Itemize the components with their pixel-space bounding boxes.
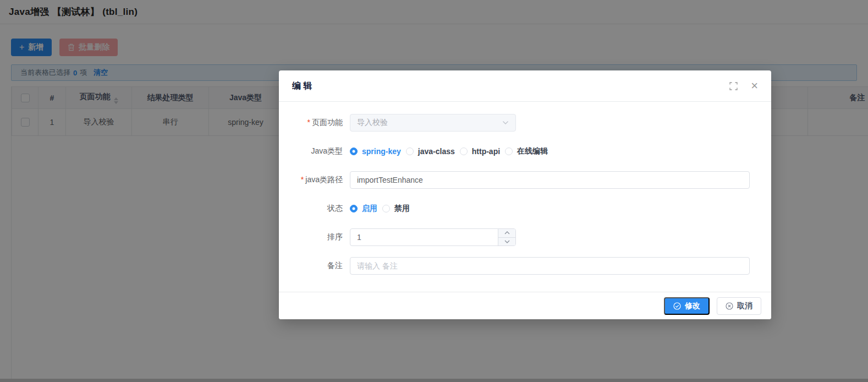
radio-label: http-api	[472, 147, 500, 156]
cancel-button[interactable]: 取消	[717, 297, 761, 315]
modal-body: *页面功能 导入校验 Java类型 spring-key	[279, 102, 771, 275]
form-item-java-class-path: *java类路径	[292, 171, 758, 189]
remark-input[interactable]	[350, 257, 750, 275]
radio-icon-checked	[350, 205, 358, 212]
confirm-button[interactable]: 修改	[664, 297, 710, 315]
modal-footer: 修改 取消	[279, 292, 771, 319]
radio-icon-checked	[350, 148, 358, 155]
x-circle-icon	[726, 302, 733, 310]
radio-label: java-class	[418, 147, 455, 156]
radio-label: spring-key	[362, 147, 401, 156]
sort-input[interactable]	[350, 228, 516, 246]
modal-header: 编 辑 ×	[279, 70, 771, 102]
radio-icon	[406, 148, 414, 155]
radio-option-enabled[interactable]: 启用	[350, 204, 377, 214]
java-class-path-input[interactable]	[350, 171, 750, 189]
fullscreen-icon[interactable]	[729, 82, 738, 90]
required-asterisk: *	[307, 118, 310, 127]
java-type-label: Java类型	[292, 146, 350, 156]
radio-label: 禁用	[394, 204, 410, 214]
required-asterisk: *	[301, 175, 304, 184]
cancel-button-label: 取消	[737, 301, 752, 311]
radio-icon	[505, 148, 513, 155]
form-item-remark: 备注	[292, 257, 758, 275]
page-root: Java增强 【测试林】 (tbl_lin) + 新增 批量删除 当前表格已选择…	[0, 0, 868, 382]
page-function-label: *页面功能	[292, 118, 350, 128]
status-label: 状态	[292, 204, 350, 214]
form-item-page-function: *页面功能 导入校验	[292, 114, 758, 132]
radio-label: 启用	[362, 204, 377, 214]
page-function-select[interactable]: 导入校验	[350, 114, 516, 132]
status-radio-group: 启用 禁用	[350, 204, 410, 214]
radio-option-java-class[interactable]: java-class	[406, 147, 455, 156]
page-function-select-value: 导入校验	[357, 118, 388, 128]
radio-option-spring-key[interactable]: spring-key	[350, 147, 401, 156]
number-spinner	[498, 229, 515, 245]
radio-option-disabled[interactable]: 禁用	[382, 204, 410, 214]
sort-label: 排序	[292, 232, 350, 242]
radio-icon	[460, 148, 468, 155]
form-item-java-type: Java类型 spring-key java-class http-api	[292, 143, 758, 160]
remark-label: 备注	[292, 261, 350, 271]
form-item-status: 状态 启用 禁用	[292, 200, 758, 217]
radio-option-online-edit[interactable]: 在线编辑	[505, 146, 548, 156]
spinner-up-button[interactable]	[498, 229, 515, 238]
radio-icon	[382, 205, 390, 212]
radio-option-http-api[interactable]: http-api	[460, 147, 500, 156]
spinner-down-button[interactable]	[498, 238, 515, 246]
radio-label: 在线编辑	[517, 146, 548, 156]
java-type-radio-group: spring-key java-class http-api 在线编辑	[350, 146, 548, 156]
edit-modal: 编 辑 × *页面功能 导入校验	[279, 70, 771, 319]
sort-number-field	[350, 228, 516, 246]
form-item-sort: 排序	[292, 228, 758, 246]
check-circle-icon	[673, 302, 681, 310]
confirm-button-label: 修改	[685, 301, 700, 311]
modal-title: 编 辑	[292, 80, 312, 92]
close-icon[interactable]: ×	[751, 80, 758, 92]
chevron-down-icon	[502, 121, 509, 125]
java-class-path-label: *java类路径	[292, 175, 350, 185]
